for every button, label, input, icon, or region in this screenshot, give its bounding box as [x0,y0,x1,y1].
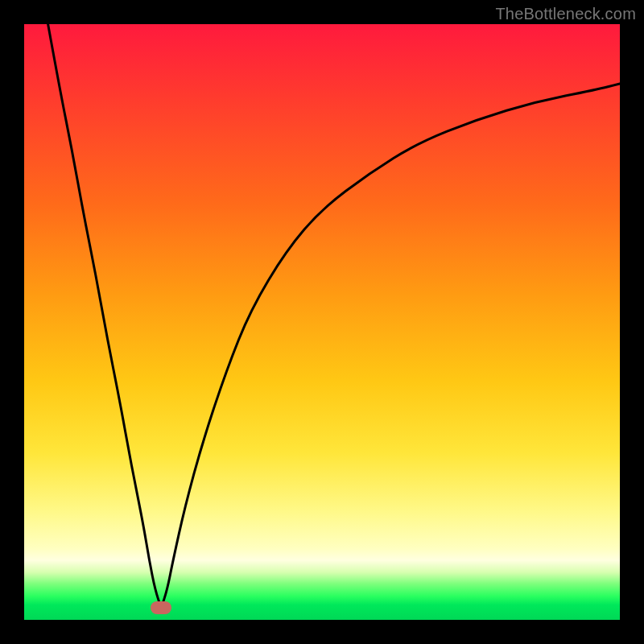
chart-frame: TheBottleneck.com [0,0,644,644]
curve-path [48,24,620,608]
optimal-marker [151,601,171,614]
watermark-text: TheBottleneck.com [495,5,636,23]
bottleneck-curve [24,24,620,620]
plot-area [24,24,620,620]
